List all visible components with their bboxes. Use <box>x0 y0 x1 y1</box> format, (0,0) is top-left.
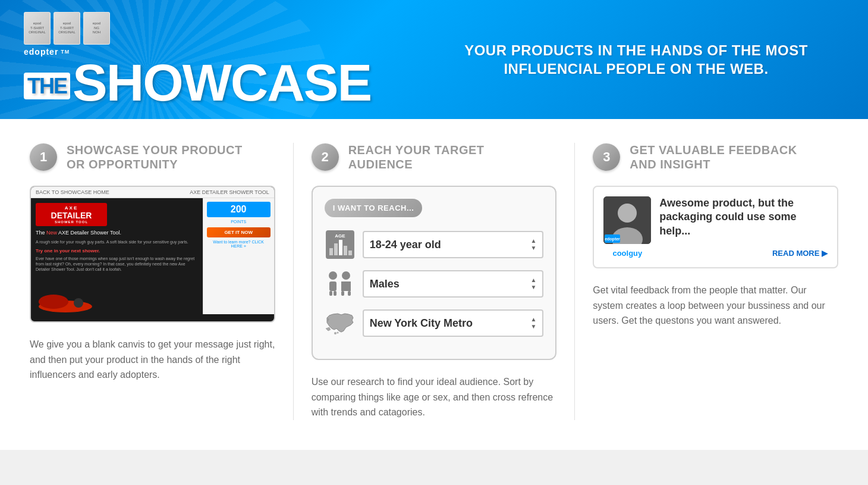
step-1-number: 1 <box>30 143 57 171</box>
showcase-title: THESHOWCASE <box>24 58 371 108</box>
svg-text:edopter: edopter <box>605 237 621 242</box>
product-image-2: epodT-SHIRTORIGINAL <box>54 12 80 45</box>
header-tagline: YOUR PRODUCTS IN THE HANDS OF THE MOST I… <box>428 41 844 78</box>
age-select[interactable]: 18-24 year old ▲ ▼ <box>363 231 544 258</box>
preview-shoe <box>36 290 198 316</box>
svg-point-14 <box>342 271 350 280</box>
avatar-svg: edopter <box>603 196 651 244</box>
svg-rect-8 <box>348 251 352 255</box>
gender-arrows: ▲ ▼ <box>530 277 536 290</box>
gender-svg <box>325 270 356 298</box>
svg-rect-6 <box>339 240 342 255</box>
main-content: 1 SHOWCASE YOUR PRODUCT OR OPPORTUNITY B… <box>0 119 868 450</box>
edopter-logo: edopterTM <box>24 47 70 57</box>
product-image-3: epodNGNOH <box>83 12 110 45</box>
page-header: epodT-SHIRTORIGINAL epodT-SHIRTORIGINAL … <box>0 0 868 119</box>
location-arrows: ▲ ▼ <box>530 317 536 330</box>
product-image-1: epodT-SHIRTORIGINAL <box>24 12 51 45</box>
gender-row: Males ▲ ▼ <box>325 268 544 299</box>
review-text: Awesome product, but the packaging could… <box>659 196 828 238</box>
column-showcase: 1 SHOWCASE YOUR PRODUCT OR OPPORTUNITY B… <box>30 143 294 420</box>
svg-rect-4 <box>329 248 333 255</box>
points-label: POINTS <box>207 220 271 224</box>
preview-left: AXE DETAILER SHOWER TOOL The New AXE Det… <box>31 198 203 314</box>
usa-map-svg <box>325 311 356 336</box>
gender-icon <box>325 268 356 299</box>
svg-point-1 <box>39 295 68 309</box>
svg-point-2 <box>74 298 83 308</box>
svg-point-10 <box>329 271 337 280</box>
column-audience: 2 REACH YOUR TARGET AUDIENCE I WANT TO R… <box>294 143 575 420</box>
svg-rect-17 <box>348 291 351 296</box>
svg-rect-7 <box>344 246 347 255</box>
age-row: AGE 18-24 year old ▲ ▼ <box>325 229 544 260</box>
column-feedback: 3 GET VALUABLE FEEDBACK AND INSIGHT edop… <box>575 143 838 420</box>
axe-logo: AXE DETAILER SHOWER TOOL <box>36 203 107 226</box>
preview-body: Ever have one of those mornings when soa… <box>36 256 198 272</box>
step-1-header: 1 SHOWCASE YOUR PRODUCT OR OPPORTUNITY <box>30 143 275 171</box>
location-select[interactable]: New York City Metro ▲ ▼ <box>363 309 544 337</box>
svg-rect-12 <box>329 291 332 296</box>
preview-headline: The New AXE Detailer Shower Tool. <box>36 230 198 237</box>
review-content: Awesome product, but the packaging could… <box>659 196 828 258</box>
svg-point-21 <box>618 204 637 223</box>
svg-rect-11 <box>329 281 336 291</box>
feedback-box: edopter coolguy Awesome product, but the… <box>593 186 838 268</box>
reviewer-name: coolguy <box>612 249 642 258</box>
step-3-number: 3 <box>593 143 620 171</box>
svg-rect-13 <box>334 291 336 296</box>
points-badge: 200 <box>207 202 271 217</box>
age-chart-svg: AGE <box>326 230 354 259</box>
preview-subtext: A rough side for your rough guy parts. A… <box>36 239 198 245</box>
step-3-title: GET VALUABLE FEEDBACK AND INSIGHT <box>630 143 797 171</box>
get-it-button[interactable]: GET IT NOW <box>207 227 271 237</box>
preview-topbar: BACK TO SHOWCASE HOME AXE DETAILER SHOWE… <box>31 187 274 198</box>
step-2-header: 2 REACH YOUR TARGET AUDIENCE <box>312 143 557 171</box>
age-icon: AGE <box>325 229 356 260</box>
step-3-description: Get vital feedback from the people that … <box>593 283 838 328</box>
step-1-title: SHOWCASE YOUR PRODUCT OR OPPORTUNITY <box>67 143 243 171</box>
reviewer-column: edopter coolguy <box>603 196 651 258</box>
step-2-title: REACH YOUR TARGET AUDIENCE <box>348 143 485 171</box>
svg-point-19 <box>336 332 338 334</box>
gender-select[interactable]: Males ▲ ▼ <box>363 270 544 298</box>
svg-text:AGE: AGE <box>335 233 345 239</box>
svg-point-18 <box>334 332 336 334</box>
location-icon <box>325 308 356 339</box>
read-more-link[interactable]: READ MORE <box>659 249 828 258</box>
product-preview-box: BACK TO SHOWCASE HOME AXE DETAILER SHOWE… <box>30 186 275 323</box>
preview-right: 200 POINTS GET IT NOW Want to learn more… <box>203 198 274 314</box>
svg-rect-5 <box>334 243 338 255</box>
step-3-header: 3 GET VALUABLE FEEDBACK AND INSIGHT <box>593 143 838 171</box>
preview-try: Try one in your next shower. <box>36 248 198 254</box>
age-arrows: ▲ ▼ <box>530 238 536 251</box>
shoe-svg <box>36 290 95 314</box>
targeting-box: I WANT TO REACH... AGE 18-24 year ol <box>312 186 557 360</box>
reviewer-avatar: edopter <box>603 196 651 244</box>
step-1-description: We give you a blank canvis to get your m… <box>30 337 275 383</box>
preview-inner: AXE DETAILER SHOWER TOOL The New AXE Det… <box>31 198 274 314</box>
step-2-number: 2 <box>312 143 339 171</box>
step-2-description: Use our research to find your ideal audi… <box>312 374 557 420</box>
logo-area: epodT-SHIRTORIGINAL epodT-SHIRTORIGINAL … <box>24 12 371 108</box>
targeting-header: I WANT TO REACH... <box>325 199 423 217</box>
header-tagline-area: YOUR PRODUCTS IN THE HANDS OF THE MOST I… <box>428 41 844 78</box>
svg-rect-16 <box>341 291 344 296</box>
learn-more-link[interactable]: Want to learn more? CLICK HERE » <box>207 240 271 248</box>
location-row: New York City Metro ▲ ▼ <box>325 308 544 339</box>
svg-marker-15 <box>341 281 351 291</box>
